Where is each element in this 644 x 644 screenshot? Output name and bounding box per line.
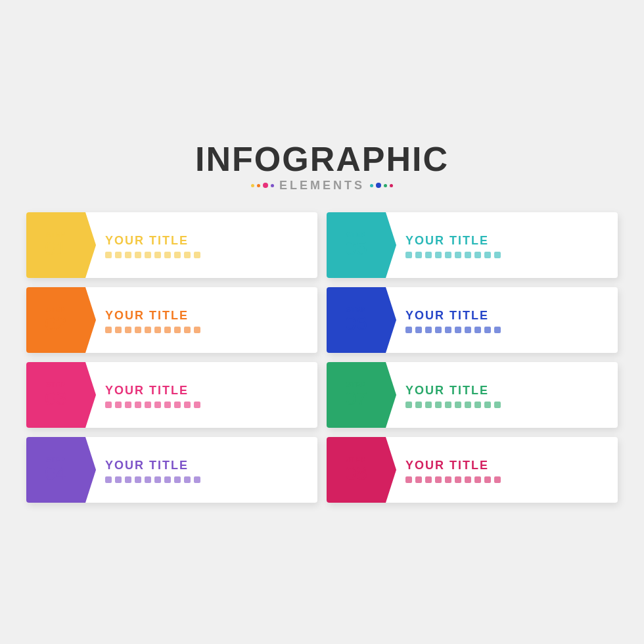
card-dot-06-1: [415, 327, 422, 333]
step-label-04: STEP: [46, 456, 66, 463]
card-content-07: YOUR TITLE: [386, 362, 618, 428]
card-title-01: YOUR TITLE: [105, 234, 304, 248]
card-title-05: YOUR TITLE: [405, 234, 605, 248]
card-dots-06: [405, 327, 605, 333]
card-dot-02-5: [154, 327, 161, 333]
card-dot-01-8: [184, 252, 191, 258]
card-dot-02-8: [184, 327, 191, 333]
card-dot-06-0: [405, 327, 412, 333]
card-dots-01: [105, 252, 304, 258]
badge-step-06: STEP06: [327, 287, 386, 353]
step-number-01: 01: [45, 239, 66, 258]
card-dot-08-9: [494, 476, 501, 483]
card-dot-03-6: [164, 402, 171, 408]
step-number-06: 06: [345, 313, 367, 333]
dots-left: [251, 183, 274, 188]
step-label-01: STEP: [46, 231, 66, 239]
card-dot-05-4: [445, 252, 451, 258]
step-label-08: STEP: [346, 456, 366, 463]
card-dot-08-7: [474, 476, 481, 483]
card-dot-06-5: [455, 327, 461, 333]
card-dot-05-8: [484, 252, 491, 258]
card-title-03: YOUR TITLE: [105, 384, 304, 398]
card-dot-04-5: [154, 476, 161, 483]
card-dots-07: [405, 402, 605, 408]
card-dot-03-8: [184, 402, 191, 408]
card-dot-02-7: [174, 327, 181, 333]
card-dot-07-4: [445, 402, 451, 408]
dot-1: [251, 184, 254, 187]
card-dot-03-1: [115, 402, 122, 408]
steps-grid: STEP01YOUR TITLESTEP05YOUR TITLESTEP02YO…: [26, 212, 618, 503]
dot-3: [263, 183, 268, 188]
card-dot-05-0: [405, 252, 412, 258]
card-title-07: YOUR TITLE: [405, 384, 605, 398]
main-title: INFOGRAPHIC: [195, 142, 449, 176]
card-dot-03-0: [105, 402, 112, 408]
page-container: INFOGRAPHIC ELEMENTS STEP01YOUR TITLESTE…: [26, 142, 618, 503]
card-dot-04-8: [184, 476, 191, 483]
card-dot-04-7: [174, 476, 181, 483]
card-step-02: STEP02YOUR TITLE: [26, 287, 317, 353]
card-dot-06-3: [435, 327, 442, 333]
card-content-08: YOUR TITLE: [386, 437, 618, 503]
card-dot-04-0: [105, 476, 112, 483]
card-dot-06-8: [484, 327, 491, 333]
card-dot-01-1: [115, 252, 122, 258]
card-dot-04-3: [135, 476, 141, 483]
card-step-03: STEP03YOUR TITLE: [26, 362, 317, 428]
dot-6: [376, 183, 381, 188]
card-dot-02-4: [145, 327, 151, 333]
card-step-04: STEP04YOUR TITLE: [26, 437, 317, 503]
card-content-04: YOUR TITLE: [85, 437, 317, 503]
card-dot-04-4: [145, 476, 151, 483]
card-dot-05-3: [435, 252, 442, 258]
badge-step-04: STEP04: [26, 437, 85, 503]
step-number-07: 07: [345, 388, 367, 408]
step-label-05: STEP: [346, 231, 366, 239]
card-dot-06-6: [465, 327, 471, 333]
card-step-07: STEP07YOUR TITLE: [327, 362, 618, 428]
card-dot-07-3: [435, 402, 442, 408]
card-dot-01-4: [145, 252, 151, 258]
card-dot-06-9: [494, 327, 501, 333]
card-dot-06-4: [445, 327, 451, 333]
step-number-04: 04: [45, 463, 66, 483]
card-content-05: YOUR TITLE: [386, 212, 618, 278]
step-number-02: 02: [45, 313, 66, 333]
step-number-05: 05: [345, 239, 367, 258]
card-dot-06-7: [474, 327, 481, 333]
card-dot-04-2: [125, 476, 131, 483]
dots-right: [370, 183, 393, 188]
card-dot-02-1: [115, 327, 122, 333]
badge-step-02: STEP02: [26, 287, 85, 353]
card-title-02: YOUR TITLE: [105, 309, 304, 323]
badge-step-03: STEP03: [26, 362, 85, 428]
card-dot-01-7: [174, 252, 181, 258]
card-content-06: YOUR TITLE: [386, 287, 618, 353]
header: INFOGRAPHIC ELEMENTS: [195, 142, 449, 193]
card-dot-05-7: [474, 252, 481, 258]
card-dot-01-2: [125, 252, 131, 258]
card-step-01: STEP01YOUR TITLE: [26, 212, 317, 278]
dot-5: [370, 184, 373, 187]
card-dot-08-2: [425, 476, 432, 483]
card-dot-07-9: [494, 402, 501, 408]
card-dot-01-3: [135, 252, 141, 258]
card-dot-02-9: [194, 327, 200, 333]
card-dot-04-6: [164, 476, 171, 483]
card-title-06: YOUR TITLE: [405, 309, 605, 323]
step-label-02: STEP: [46, 306, 66, 313]
card-dot-07-1: [415, 402, 422, 408]
badge-step-05: STEP05: [327, 212, 386, 278]
subtitle: ELEMENTS: [279, 179, 365, 193]
step-label-03: STEP: [46, 381, 66, 388]
card-dot-02-2: [125, 327, 131, 333]
dot-8: [390, 184, 393, 187]
card-dot-03-4: [145, 402, 151, 408]
card-dot-04-9: [194, 476, 200, 483]
card-content-02: YOUR TITLE: [85, 287, 317, 353]
card-dot-03-5: [154, 402, 161, 408]
card-dot-08-1: [415, 476, 422, 483]
card-dot-06-2: [425, 327, 432, 333]
